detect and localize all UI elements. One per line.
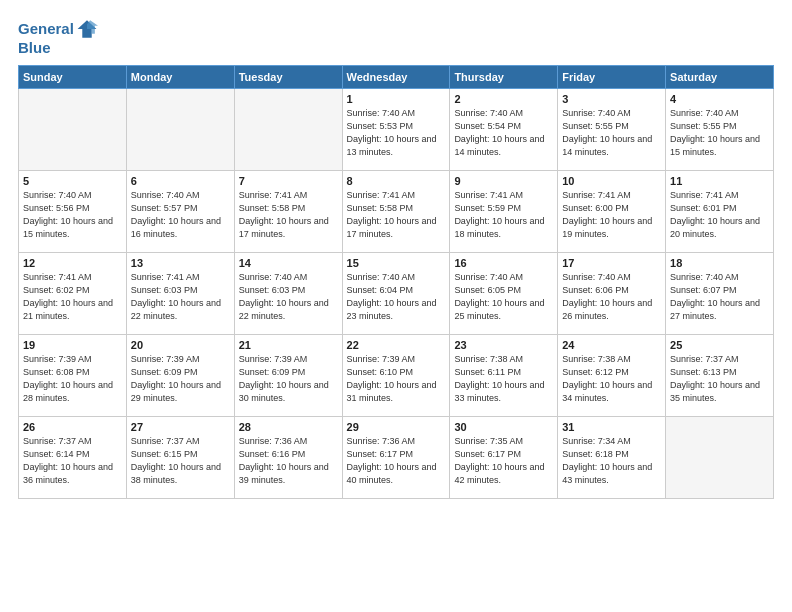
calendar-cell: 9Sunrise: 7:41 AMSunset: 5:59 PMDaylight… xyxy=(450,170,558,252)
day-number: 1 xyxy=(347,93,446,105)
calendar-cell: 14Sunrise: 7:40 AMSunset: 6:03 PMDayligh… xyxy=(234,252,342,334)
day-info: Sunrise: 7:41 AMSunset: 5:58 PMDaylight:… xyxy=(239,189,338,241)
calendar-cell: 19Sunrise: 7:39 AMSunset: 6:08 PMDayligh… xyxy=(19,334,127,416)
day-info: Sunrise: 7:41 AMSunset: 6:02 PMDaylight:… xyxy=(23,271,122,323)
calendar-week-row: 5Sunrise: 7:40 AMSunset: 5:56 PMDaylight… xyxy=(19,170,774,252)
calendar-cell: 31Sunrise: 7:34 AMSunset: 6:18 PMDayligh… xyxy=(558,416,666,498)
day-number: 9 xyxy=(454,175,553,187)
calendar-cell: 21Sunrise: 7:39 AMSunset: 6:09 PMDayligh… xyxy=(234,334,342,416)
day-number: 31 xyxy=(562,421,661,433)
calendar-week-row: 1Sunrise: 7:40 AMSunset: 5:53 PMDaylight… xyxy=(19,88,774,170)
calendar-cell: 23Sunrise: 7:38 AMSunset: 6:11 PMDayligh… xyxy=(450,334,558,416)
calendar-header-monday: Monday xyxy=(126,65,234,88)
day-info: Sunrise: 7:37 AMSunset: 6:14 PMDaylight:… xyxy=(23,435,122,487)
day-number: 5 xyxy=(23,175,122,187)
calendar-table: SundayMondayTuesdayWednesdayThursdayFrid… xyxy=(18,65,774,499)
day-info: Sunrise: 7:38 AMSunset: 6:11 PMDaylight:… xyxy=(454,353,553,405)
day-info: Sunrise: 7:40 AMSunset: 6:04 PMDaylight:… xyxy=(347,271,446,323)
calendar-cell: 16Sunrise: 7:40 AMSunset: 6:05 PMDayligh… xyxy=(450,252,558,334)
day-number: 19 xyxy=(23,339,122,351)
day-info: Sunrise: 7:39 AMSunset: 6:10 PMDaylight:… xyxy=(347,353,446,405)
calendar-header-saturday: Saturday xyxy=(666,65,774,88)
day-number: 25 xyxy=(670,339,769,351)
day-number: 6 xyxy=(131,175,230,187)
calendar-cell: 29Sunrise: 7:36 AMSunset: 6:17 PMDayligh… xyxy=(342,416,450,498)
day-number: 20 xyxy=(131,339,230,351)
day-number: 21 xyxy=(239,339,338,351)
day-number: 26 xyxy=(23,421,122,433)
calendar-header-friday: Friday xyxy=(558,65,666,88)
day-number: 3 xyxy=(562,93,661,105)
calendar-week-row: 12Sunrise: 7:41 AMSunset: 6:02 PMDayligh… xyxy=(19,252,774,334)
day-info: Sunrise: 7:41 AMSunset: 6:01 PMDaylight:… xyxy=(670,189,769,241)
day-number: 17 xyxy=(562,257,661,269)
day-number: 24 xyxy=(562,339,661,351)
calendar-cell: 24Sunrise: 7:38 AMSunset: 6:12 PMDayligh… xyxy=(558,334,666,416)
day-info: Sunrise: 7:40 AMSunset: 6:07 PMDaylight:… xyxy=(670,271,769,323)
day-number: 22 xyxy=(347,339,446,351)
day-info: Sunrise: 7:41 AMSunset: 5:58 PMDaylight:… xyxy=(347,189,446,241)
calendar-header-sunday: Sunday xyxy=(19,65,127,88)
day-number: 28 xyxy=(239,421,338,433)
calendar-cell: 26Sunrise: 7:37 AMSunset: 6:14 PMDayligh… xyxy=(19,416,127,498)
day-info: Sunrise: 7:37 AMSunset: 6:13 PMDaylight:… xyxy=(670,353,769,405)
day-number: 14 xyxy=(239,257,338,269)
calendar-cell: 10Sunrise: 7:41 AMSunset: 6:00 PMDayligh… xyxy=(558,170,666,252)
day-info: Sunrise: 7:40 AMSunset: 5:55 PMDaylight:… xyxy=(670,107,769,159)
day-number: 29 xyxy=(347,421,446,433)
calendar-header-tuesday: Tuesday xyxy=(234,65,342,88)
day-info: Sunrise: 7:37 AMSunset: 6:15 PMDaylight:… xyxy=(131,435,230,487)
logo: General Blue xyxy=(18,18,98,57)
day-number: 8 xyxy=(347,175,446,187)
calendar-cell: 22Sunrise: 7:39 AMSunset: 6:10 PMDayligh… xyxy=(342,334,450,416)
calendar-week-row: 26Sunrise: 7:37 AMSunset: 6:14 PMDayligh… xyxy=(19,416,774,498)
day-info: Sunrise: 7:39 AMSunset: 6:09 PMDaylight:… xyxy=(131,353,230,405)
day-info: Sunrise: 7:36 AMSunset: 6:16 PMDaylight:… xyxy=(239,435,338,487)
calendar-cell: 7Sunrise: 7:41 AMSunset: 5:58 PMDaylight… xyxy=(234,170,342,252)
calendar-cell: 4Sunrise: 7:40 AMSunset: 5:55 PMDaylight… xyxy=(666,88,774,170)
calendar-cell xyxy=(126,88,234,170)
calendar-cell: 11Sunrise: 7:41 AMSunset: 6:01 PMDayligh… xyxy=(666,170,774,252)
header: General Blue xyxy=(18,18,774,57)
day-info: Sunrise: 7:40 AMSunset: 5:57 PMDaylight:… xyxy=(131,189,230,241)
logo-blue: Blue xyxy=(18,40,98,57)
calendar-cell: 2Sunrise: 7:40 AMSunset: 5:54 PMDaylight… xyxy=(450,88,558,170)
calendar-cell xyxy=(19,88,127,170)
calendar-cell: 20Sunrise: 7:39 AMSunset: 6:09 PMDayligh… xyxy=(126,334,234,416)
day-number: 4 xyxy=(670,93,769,105)
calendar-header-wednesday: Wednesday xyxy=(342,65,450,88)
day-number: 10 xyxy=(562,175,661,187)
calendar-header-thursday: Thursday xyxy=(450,65,558,88)
day-number: 16 xyxy=(454,257,553,269)
day-info: Sunrise: 7:40 AMSunset: 5:53 PMDaylight:… xyxy=(347,107,446,159)
day-number: 27 xyxy=(131,421,230,433)
day-info: Sunrise: 7:41 AMSunset: 5:59 PMDaylight:… xyxy=(454,189,553,241)
day-number: 18 xyxy=(670,257,769,269)
calendar-cell xyxy=(234,88,342,170)
calendar-cell: 6Sunrise: 7:40 AMSunset: 5:57 PMDaylight… xyxy=(126,170,234,252)
calendar-cell: 27Sunrise: 7:37 AMSunset: 6:15 PMDayligh… xyxy=(126,416,234,498)
calendar-cell: 13Sunrise: 7:41 AMSunset: 6:03 PMDayligh… xyxy=(126,252,234,334)
calendar-cell: 28Sunrise: 7:36 AMSunset: 6:16 PMDayligh… xyxy=(234,416,342,498)
day-number: 12 xyxy=(23,257,122,269)
day-info: Sunrise: 7:38 AMSunset: 6:12 PMDaylight:… xyxy=(562,353,661,405)
day-info: Sunrise: 7:34 AMSunset: 6:18 PMDaylight:… xyxy=(562,435,661,487)
calendar-cell: 3Sunrise: 7:40 AMSunset: 5:55 PMDaylight… xyxy=(558,88,666,170)
calendar-cell: 30Sunrise: 7:35 AMSunset: 6:17 PMDayligh… xyxy=(450,416,558,498)
day-number: 15 xyxy=(347,257,446,269)
day-info: Sunrise: 7:40 AMSunset: 5:55 PMDaylight:… xyxy=(562,107,661,159)
day-number: 11 xyxy=(670,175,769,187)
calendar-cell xyxy=(666,416,774,498)
day-number: 2 xyxy=(454,93,553,105)
calendar-cell: 1Sunrise: 7:40 AMSunset: 5:53 PMDaylight… xyxy=(342,88,450,170)
calendar-cell: 8Sunrise: 7:41 AMSunset: 5:58 PMDaylight… xyxy=(342,170,450,252)
page: General Blue SundayMondayTuesdayWednesda… xyxy=(0,0,792,612)
day-info: Sunrise: 7:36 AMSunset: 6:17 PMDaylight:… xyxy=(347,435,446,487)
calendar-cell: 5Sunrise: 7:40 AMSunset: 5:56 PMDaylight… xyxy=(19,170,127,252)
day-info: Sunrise: 7:35 AMSunset: 6:17 PMDaylight:… xyxy=(454,435,553,487)
day-info: Sunrise: 7:41 AMSunset: 6:03 PMDaylight:… xyxy=(131,271,230,323)
day-info: Sunrise: 7:40 AMSunset: 6:05 PMDaylight:… xyxy=(454,271,553,323)
calendar-header-row: SundayMondayTuesdayWednesdayThursdayFrid… xyxy=(19,65,774,88)
calendar-week-row: 19Sunrise: 7:39 AMSunset: 6:08 PMDayligh… xyxy=(19,334,774,416)
day-number: 13 xyxy=(131,257,230,269)
